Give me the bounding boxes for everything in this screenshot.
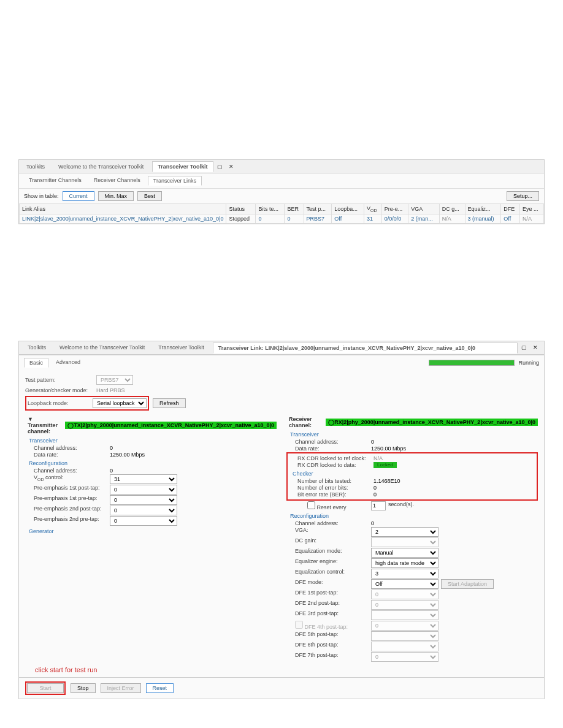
tab-welcome[interactable]: Welcome to the Transceiver Toolkit	[55, 343, 150, 352]
col-pre[interactable]: Pre-e...	[381, 204, 408, 214]
rx-cdrdata-value: Locked	[373, 462, 397, 468]
minmax-button[interactable]: Min. Max	[98, 191, 134, 201]
main-tab-bar: Toolkits Welcome to the Transceiver Tool…	[19, 160, 544, 173]
loopback-select[interactable]: Serial loopback	[93, 398, 147, 408]
rx-column: Receiver channel: ◯ RX|2|phy_2000|unname…	[286, 415, 538, 662]
setup-button[interactable]: Setup...	[507, 191, 539, 201]
col-dfe[interactable]: DFE	[501, 204, 520, 214]
cell-alias[interactable]: LINK|2|slave_2000|unnamed_instance_XCVR_…	[20, 214, 226, 223]
loopback-label: Loopback mode:	[28, 400, 89, 406]
col-vga[interactable]: VGA	[408, 204, 439, 214]
show-in-table-label: Show in table:	[24, 193, 59, 199]
cell-equal: 3 (manual)	[465, 214, 501, 223]
tab-toolkits[interactable]: Toolkits	[23, 343, 51, 352]
rx-bits-label: Number of bits tested:	[297, 478, 371, 484]
undock-icon[interactable]: ▢	[217, 164, 223, 170]
tab-basic[interactable]: Basic	[24, 358, 48, 368]
col-testp[interactable]: Test p...	[304, 204, 332, 214]
tx-prep-select[interactable]: 0	[110, 495, 177, 505]
links-table: Link Alias Status Bits te... BER Test p.…	[19, 203, 544, 224]
tx-rechaddr-label: Channel address:	[34, 468, 107, 474]
col-status[interactable]: Status	[226, 204, 256, 214]
tab-advanced[interactable]: Advanced	[51, 358, 85, 368]
cell-pre: 0/0/0/0	[381, 214, 408, 223]
best-button[interactable]: Best	[137, 191, 162, 201]
tx-rate-value: 1250.00 Mbps	[110, 452, 145, 458]
tx-pre1-label: Pre-emphasis 1st post-tap:	[34, 485, 107, 495]
col-ber[interactable]: BER	[285, 204, 304, 214]
table-row[interactable]: LINK|2|slave_2000|unnamed_instance_XCVR_…	[20, 214, 544, 223]
rx-eqe-label: Equalizer engine:	[295, 558, 369, 568]
rx-eqm-select[interactable]: Manual	[371, 548, 439, 558]
reset-every-label: Reset every	[317, 504, 347, 510]
tx-chaddr-value: 0	[110, 445, 113, 451]
rx-ber-label: Bit error rate (BER):	[297, 491, 371, 498]
col-dcg[interactable]: DC g...	[439, 204, 465, 214]
cell-dcg: N/A	[439, 214, 465, 223]
reset-every-input[interactable]	[371, 501, 386, 510]
rx-eqe-select[interactable]: high data rate mode	[371, 558, 439, 568]
rx-dfe4-select: 0	[371, 621, 439, 631]
cell-status: Stopped	[226, 214, 256, 223]
col-eye[interactable]: Eye ...	[519, 204, 543, 214]
current-button[interactable]: Current	[63, 191, 94, 201]
rx-dfe3-select	[371, 610, 439, 620]
channel-subtab-bar: Transmitter Channels Receiver Channels T…	[19, 173, 544, 188]
tab-welcome[interactable]: Welcome to the Transceiver Toolkit	[53, 162, 148, 172]
rx-dfe2-select: 0	[371, 600, 439, 610]
tx-pre1-select[interactable]: 0	[110, 485, 177, 495]
start-adaptation-button[interactable]: Start Adaptation	[441, 579, 494, 589]
transceiver-link-detail-panel: Toolkits Welcome to the Transceiver Tool…	[18, 341, 545, 699]
rx-dfe7-label: DFE 7th post-tap:	[295, 652, 369, 662]
rx-dfe4-checkbox	[295, 621, 303, 629]
reset-button[interactable]: Reset	[146, 683, 174, 693]
table-header-row: Link Alias Status Bits te... BER Test p.…	[20, 204, 544, 214]
subtab-receiver[interactable]: Receiver Channels	[89, 176, 145, 186]
close-icon[interactable]: ✕	[226, 164, 236, 170]
cell-loop: Off	[332, 214, 364, 223]
rx-checker-head: Checker	[293, 471, 535, 477]
start-button[interactable]: Start	[27, 683, 64, 693]
cell-testp: PRBS7	[304, 214, 332, 223]
transceiver-toolkit-panel: Toolkits Welcome to the Transceiver Tool…	[18, 159, 545, 224]
tab-transceiver-link[interactable]: Transceiver Link: LINK|2|slave_2000|unna…	[213, 343, 518, 354]
rx-dfemode-select[interactable]: Off	[371, 579, 439, 589]
rx-transceiver-head: Transceiver	[290, 431, 538, 438]
reset-every-checkbox[interactable]	[307, 501, 315, 509]
rx-vga-label: VGA:	[295, 527, 369, 537]
tx-pre2-select[interactable]: 0	[110, 506, 177, 515]
tab-toolkits[interactable]: Toolkits	[21, 162, 50, 172]
cell-eye: N/A	[519, 214, 543, 223]
cell-ber: 0	[285, 214, 304, 223]
inject-error-button[interactable]: Inject Error	[101, 683, 141, 693]
rx-channel-label: Receiver channel:	[286, 415, 326, 429]
undock-icon[interactable]: ▢	[521, 344, 527, 351]
col-vod[interactable]: VOD	[364, 204, 381, 214]
col-bits[interactable]: Bits te...	[256, 204, 285, 214]
rx-vga-select[interactable]: 2	[371, 527, 439, 537]
test-pattern-select[interactable]: PRBS7	[96, 375, 133, 385]
rx-dfe1-select: 0	[371, 590, 439, 599]
tx-pre2-label: Pre-emphasis 2nd post-tap:	[34, 506, 107, 515]
col-equal[interactable]: Equaliz...	[465, 204, 501, 214]
detail-body: Test pattern: PRBS7 Generator/checker mo…	[19, 370, 544, 677]
rx-eqc-select[interactable]: 3	[371, 569, 439, 578]
col-loop[interactable]: Loopba...	[332, 204, 364, 214]
stop-button[interactable]: Stop	[71, 683, 96, 693]
rx-rate-value: 1250.00 Mbps	[371, 446, 406, 452]
rx-chaddr-value: 0	[371, 439, 374, 445]
col-link-alias[interactable]: Link Alias	[20, 204, 226, 214]
rx-err-label: Number of error bits:	[297, 485, 371, 491]
tab-transceiver-toolkit[interactable]: Transceiver Toolkit	[153, 343, 209, 352]
refresh-button[interactable]: Refresh	[153, 398, 186, 408]
subtab-links[interactable]: Transceiver Links	[148, 176, 202, 186]
tx-pre2p-select[interactable]: 0	[110, 516, 177, 526]
tab-transceiver-toolkit[interactable]: Transceiver Toolkit	[152, 161, 213, 172]
rx-reconfig-head: Reconfiguration	[290, 513, 538, 519]
rx-chaddr-label: Channel address:	[295, 439, 369, 445]
tx-pre2p-label: Pre-emphasis 2nd pre-tap:	[34, 516, 107, 526]
tx-vod-select[interactable]: 31	[110, 474, 177, 484]
subtab-transmitter[interactable]: Transmitter Channels	[24, 176, 86, 186]
close-icon[interactable]: ✕	[530, 344, 540, 351]
running-label: Running	[518, 360, 539, 366]
